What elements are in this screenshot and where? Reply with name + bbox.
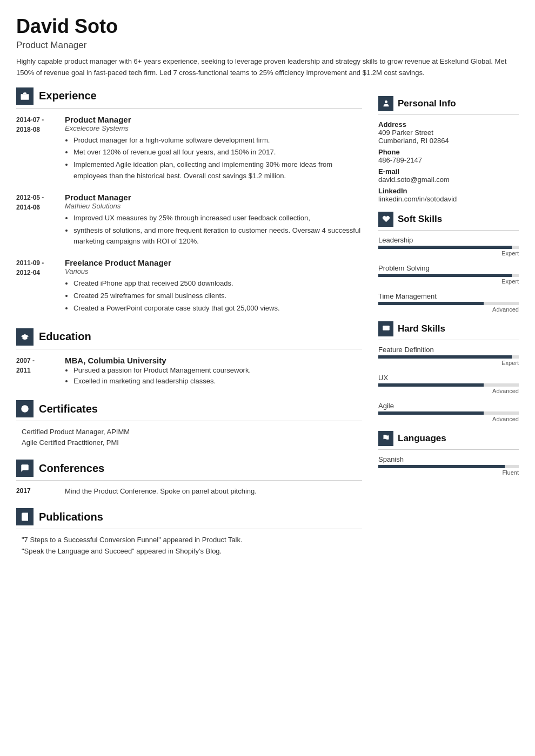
phone-block: Phone 486-789-2147 — [378, 148, 519, 164]
skill-bar-fill — [378, 465, 505, 468]
email-value: david.soto@gmail.com — [378, 176, 519, 184]
skill-bar-fill — [378, 246, 512, 249]
address-label: Address — [378, 120, 519, 129]
exp-dates: 2014-07 -2018-08 — [16, 115, 65, 183]
soft-skills-header: Soft Skills — [378, 212, 519, 231]
exp-bullets: Improved UX measures by 25% through incr… — [65, 213, 362, 247]
exp-details: Freelance Product Manager Various Create… — [65, 258, 362, 315]
exp-details: Product Manager Excelecore Systems Produ… — [65, 115, 362, 183]
skill-bar-background — [378, 246, 519, 249]
conference-entry: 2017 Mind the Product Conference. Spoke … — [16, 487, 362, 495]
skill-item: Leadership Expert — [378, 236, 519, 256]
skill-bar-background — [378, 411, 519, 415]
address-block: Address 409 Parker StreetCumberland, RI … — [378, 120, 519, 145]
certificate-item: Certified Product Manager, APIMM — [16, 428, 362, 436]
skill-level: Expert — [378, 250, 519, 256]
skill-item: Problem Solving Expert — [378, 264, 519, 285]
address-value: 409 Parker StreetCumberland, RI 02864 — [378, 129, 519, 145]
certificates-title: Certificates — [39, 403, 98, 415]
linkedin-block: LinkedIn linkedin.com/in/sotodavid — [378, 187, 519, 203]
certificate-item: Agile Certified Practitioner, PMI — [16, 438, 362, 447]
conferences-title: Conferences — [39, 462, 104, 475]
publications-title: Publications — [39, 511, 103, 523]
skill-bar-fill — [378, 411, 484, 415]
skill-level: Fluent — [378, 469, 519, 476]
certificate-items: Certified Product Manager, APIMMAgile Ce… — [16, 428, 362, 447]
skill-level: Expert — [378, 278, 519, 285]
skill-bar-background — [378, 465, 519, 468]
hard-skills-title: Hard Skills — [398, 323, 445, 334]
bullet: synthesis of solutions, and more frequen… — [73, 225, 362, 248]
experience-icon — [16, 87, 34, 105]
exp-details: Product Manager Mathieu Solutions Improv… — [65, 193, 362, 248]
email-block: E-mail david.soto@gmail.com — [378, 167, 519, 184]
languages-icon — [378, 431, 393, 446]
education-title: Education — [39, 330, 91, 343]
hard-skills-header: Hard Skills — [378, 321, 519, 340]
exp-bullets: Created iPhone app that received 2500 do… — [65, 278, 362, 314]
bullet: Pursued a passion for Product Management… — [73, 365, 362, 376]
header: David Soto Product Manager Highly capabl… — [0, 0, 535, 87]
exp-company: Mathieu Solutions — [65, 202, 362, 210]
bullet: Product manager for a high-volume softwa… — [73, 135, 362, 146]
edu-degree: MBA, Columbia University — [65, 356, 362, 365]
skill-item: Time Management Advanced — [378, 292, 519, 313]
skill-bar-fill — [378, 355, 512, 359]
skill-name: UX — [378, 374, 519, 382]
bullet: Implemented Agile ideation plan, collect… — [73, 159, 362, 182]
right-column: Personal Info Address 409 Parker StreetC… — [378, 87, 519, 740]
exp-dates: 2011-09 -2012-04 — [16, 258, 65, 315]
exp-job-title: Product Manager — [65, 193, 362, 202]
language-items: Spanish Fluent — [378, 455, 519, 476]
svg-rect-7 — [383, 326, 390, 330]
skill-bar-background — [378, 302, 519, 305]
exp-dates: 2012-05 -2014-06 — [16, 193, 65, 248]
bullet: Excelled in marketing and leadership cla… — [73, 376, 362, 387]
exp-bullets: Product manager for a high-volume softwa… — [65, 135, 362, 182]
resume-page: David Soto Product Manager Highly capabl… — [0, 0, 535, 756]
publication-items: "7 Steps to a Successful Conversion Funn… — [16, 536, 362, 555]
edu-bullets: Pursued a passion for Product Management… — [65, 365, 362, 388]
bullet: Created iPhone app that received 2500 do… — [73, 278, 362, 289]
candidate-name: David Soto — [16, 15, 519, 38]
hard-skill-items: Feature Definition Expert UX Advanced Ag… — [378, 346, 519, 422]
experience-entry: 2011-09 -2012-04 Freelance Product Manag… — [16, 258, 362, 315]
skill-bar-fill — [378, 383, 484, 387]
publications-icon — [16, 508, 34, 525]
skill-level: Expert — [378, 360, 519, 366]
skill-bar-fill — [378, 274, 512, 277]
bullet: Created a PowerPoint corporate case stud… — [73, 303, 362, 314]
exp-job-title: Freelance Product Manager — [65, 258, 362, 267]
personal-info-content: Address 409 Parker StreetCumberland, RI … — [378, 120, 519, 203]
candidate-title: Product Manager — [16, 40, 519, 51]
skill-name: Leadership — [378, 236, 519, 244]
main-content: Experience 2014-07 -2018-08 Product Mana… — [0, 87, 535, 756]
skill-item: Spanish Fluent — [378, 455, 519, 476]
skill-name: Feature Definition — [378, 346, 519, 354]
publication-item: "7 Steps to a Successful Conversion Funn… — [16, 536, 362, 544]
skill-bar-background — [378, 383, 519, 387]
bullet: Met over 120% of revenue goal all four y… — [73, 147, 362, 158]
publications-section: Publications "7 Steps to a Successful Co… — [16, 508, 362, 555]
skill-name: Agile — [378, 402, 519, 410]
skill-name: Time Management — [378, 292, 519, 300]
languages-header: Languages — [378, 431, 519, 450]
left-column: Experience 2014-07 -2018-08 Product Mana… — [16, 87, 362, 740]
education-entry: 2007 -2011 MBA, Columbia University Purs… — [16, 356, 362, 388]
skill-bar-fill — [378, 302, 484, 305]
education-icon — [16, 328, 34, 346]
education-entries: 2007 -2011 MBA, Columbia University Purs… — [16, 356, 362, 388]
phone-label: Phone — [378, 148, 519, 156]
certificates-icon — [16, 400, 34, 417]
skill-level: Advanced — [378, 416, 519, 422]
education-header: Education — [16, 328, 362, 349]
conf-year: 2017 — [16, 487, 65, 495]
linkedin-value: linkedin.com/in/sotodavid — [378, 195, 519, 203]
skill-level: Advanced — [378, 306, 519, 313]
linkedin-label: LinkedIn — [378, 187, 519, 195]
experience-entry: 2012-05 -2014-06 Product Manager Mathieu… — [16, 193, 362, 248]
exp-company: Various — [65, 267, 362, 275]
exp-job-title: Product Manager — [65, 115, 362, 124]
conferences-icon — [16, 460, 34, 477]
skill-bar-background — [378, 274, 519, 277]
